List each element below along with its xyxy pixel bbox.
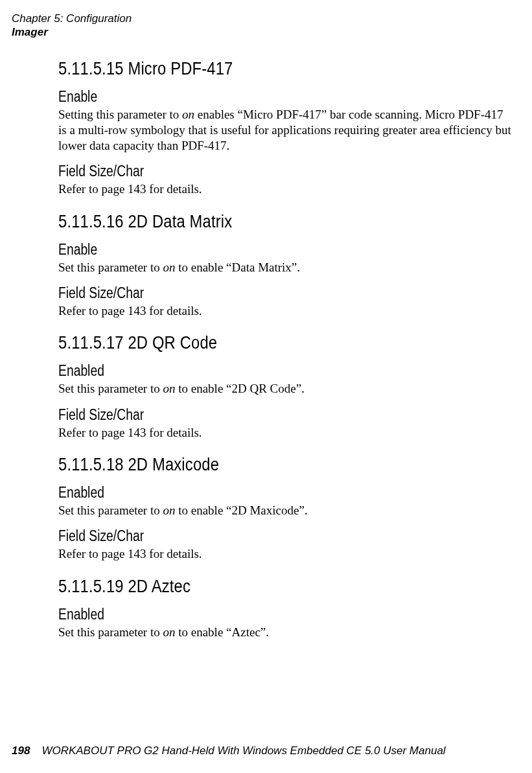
body-suffix: to enable “2D Maxicode”.	[175, 503, 307, 517]
subsection-field-size: Field Size/Char	[58, 284, 441, 302]
section-title: 5.11.5.17 2D QR Code	[58, 333, 459, 353]
main-content: 5.11.5.15 Micro PDF-417 Enable Setting t…	[12, 59, 520, 640]
subsection-field-size: Field Size/Char	[58, 406, 441, 424]
section-2d-qr-code: 5.11.5.17 2D QR Code Enabled Set this pa…	[58, 333, 514, 441]
body-em: on	[163, 625, 175, 639]
body-text: Refer to page 143 for details.	[58, 181, 514, 197]
body-prefix: Set this parameter to	[58, 260, 163, 274]
body-em: on	[182, 108, 194, 121]
body-text: Set this parameter to on to enable “Data…	[58, 260, 514, 275]
body-text: Setting this parameter to on enables “Mi…	[58, 107, 514, 154]
body-em: on	[163, 260, 175, 274]
chapter-label: Chapter 5: Configuration	[12, 12, 520, 25]
body-text: Refer to page 143 for details.	[58, 546, 514, 562]
subsection-enable: Enable	[58, 88, 441, 106]
body-em: on	[163, 503, 175, 517]
section-micro-pdf417: 5.11.5.15 Micro PDF-417 Enable Setting t…	[58, 59, 514, 198]
body-prefix: Set this parameter to	[58, 382, 163, 395]
header-section-name: Imager	[12, 25, 520, 39]
body-text: Set this parameter to on to enable “2D Q…	[58, 381, 514, 397]
subsection-enabled: Enabled	[58, 484, 441, 502]
footer-title: WORKABOUT PRO G2 Hand-Held With Windows …	[41, 744, 445, 757]
body-prefix: Set this parameter to	[58, 503, 163, 517]
subsection-enabled: Enabled	[58, 606, 441, 623]
section-2d-maxicode: 5.11.5.18 2D Maxicode Enabled Set this p…	[58, 455, 514, 562]
body-text: Set this parameter to on to enable “Azte…	[58, 625, 514, 640]
body-text: Refer to page 143 for details.	[58, 425, 514, 441]
body-suffix: to enable “Aztec”.	[175, 625, 269, 639]
subsection-enabled: Enabled	[58, 362, 441, 380]
page-header: Chapter 5: Configuration Imager	[12, 12, 520, 40]
subsection-field-size: Field Size/Char	[58, 527, 441, 545]
body-suffix: to enable “2D QR Code”.	[175, 382, 304, 395]
section-title: 5.11.5.19 2D Aztec	[58, 577, 459, 597]
body-suffix: to enable “Data Matrix”.	[175, 260, 300, 274]
body-prefix: Set this parameter to	[58, 625, 163, 639]
section-title: 5.11.5.18 2D Maxicode	[58, 455, 459, 475]
section-2d-data-matrix: 5.11.5.16 2D Data Matrix Enable Set this…	[58, 212, 514, 319]
body-em: on	[163, 382, 175, 395]
body-prefix: Setting this parameter to	[58, 108, 182, 121]
section-2d-aztec: 5.11.5.19 2D Aztec Enabled Set this para…	[58, 577, 514, 640]
section-title: 5.11.5.16 2D Data Matrix	[58, 212, 459, 232]
body-text: Set this parameter to on to enable “2D M…	[58, 503, 514, 518]
body-text: Refer to page 143 for details.	[58, 303, 514, 319]
section-title: 5.11.5.15 Micro PDF-417	[58, 59, 459, 79]
page-number: 198	[12, 744, 30, 757]
page-footer: 198 WORKABOUT PRO G2 Hand-Held With Wind…	[12, 744, 520, 757]
subsection-field-size: Field Size/Char	[58, 163, 441, 180]
subsection-enable: Enable	[58, 241, 441, 259]
